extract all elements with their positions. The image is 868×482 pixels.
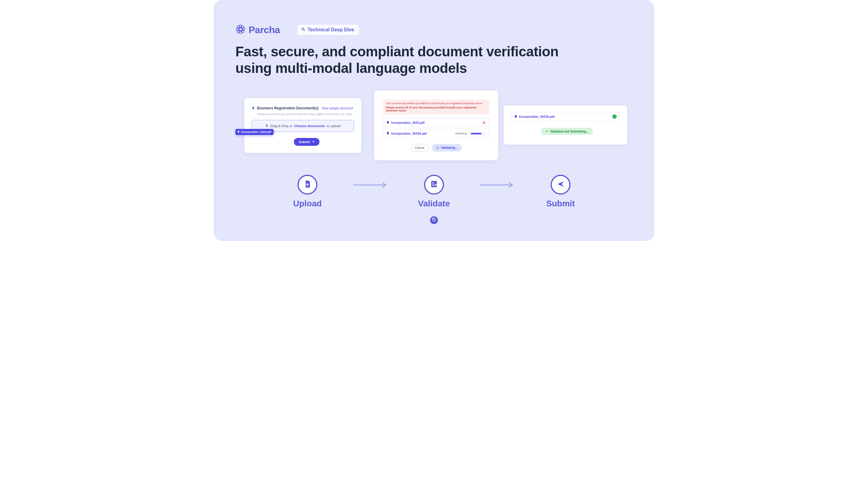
svg-point-1: [239, 25, 242, 28]
file-row-progress: Incorporation_2023A.pdf Validating...: [383, 129, 489, 138]
dragged-file-chip[interactable]: Incorporation_2023.pdf: [236, 129, 274, 135]
step-upload: Upload: [265, 175, 350, 208]
submit-card: Incorporation_2023A.pdf Validated and Su…: [504, 105, 627, 144]
category-badge-label: Technical Deep Dive: [308, 27, 354, 33]
svg-point-4: [242, 28, 245, 31]
search-icon: [301, 27, 305, 33]
file-icon: [386, 131, 390, 135]
arrow-right-icon: [312, 140, 315, 144]
file-name-success: Incorporation_2023A.pdf: [519, 115, 555, 118]
submit-button[interactable]: Submit: [294, 138, 319, 146]
dragged-file-name: Incorporation_2023.pdf: [241, 130, 271, 133]
file-row-success: Incorporation_2023A.pdf: [511, 112, 620, 121]
parcha-logo-icon: [236, 24, 246, 36]
screenshots-row: Business Registration Document(s) View s…: [236, 90, 632, 166]
upload-card: Business Registration Document(s) View s…: [244, 98, 361, 153]
upload-title: Business Registration Document(s): [257, 106, 318, 110]
file-icon: [265, 124, 268, 128]
choose-documents-link[interactable]: Choose documents: [294, 124, 325, 128]
error-alert: One or more documents provided do not in…: [383, 99, 489, 115]
dropzone-text-prefix: Drag & Drop or: [270, 124, 292, 128]
step-validate-circle: [424, 175, 444, 195]
spinner-icon: [436, 146, 439, 150]
error-message-2: Please ensure all of your documents prov…: [386, 106, 486, 112]
hero-panel: Parcha Technical Deep Dive Fast, secure,…: [214, 0, 654, 241]
file-name-error: Incorporation_2023.pdf: [391, 121, 425, 124]
validating-button[interactable]: Validating...: [432, 144, 462, 152]
checklist-icon: [430, 180, 438, 190]
status-chip-label: Validated and Submitting...: [550, 130, 589, 133]
brand-name: Parcha: [249, 24, 280, 36]
submit-button-label: Submit: [299, 140, 310, 144]
step-validate-label: Validate: [418, 199, 450, 208]
file-icon: [514, 115, 517, 119]
upload-subtitle: Please ensure that your all documents ar…: [257, 113, 354, 116]
delete-file-button[interactable]: [482, 121, 486, 124]
step-validate: Validate: [392, 175, 476, 224]
step-submit-label: Submit: [547, 199, 575, 208]
step-submit-circle: [551, 175, 570, 195]
step-upload-circle: [298, 175, 317, 195]
steps-row: Upload Validate: [214, 175, 654, 224]
file-icon: [237, 130, 240, 134]
dropzone-text-suffix: to upload: [327, 124, 340, 128]
error-message-1: One or more documents provided do not in…: [386, 102, 486, 105]
page-title: Fast, secure, and compliant document ver…: [236, 43, 567, 76]
file-icon: [386, 121, 390, 125]
view-sample-link[interactable]: View sample document: [322, 107, 353, 110]
file-name-progress: Incorporation_2023A.pdf: [391, 132, 427, 135]
step-submit: Submit: [518, 175, 603, 208]
svg-line-10: [304, 30, 305, 31]
validating-inline-label: Validating...: [455, 132, 469, 135]
check-icon: [545, 130, 548, 133]
header: Parcha Technical Deep Dive: [236, 24, 632, 36]
step-upload-label: Upload: [293, 199, 322, 208]
refresh-badge: [430, 216, 438, 224]
validate-card: One or more documents provided do not in…: [374, 90, 498, 160]
svg-point-2: [239, 30, 242, 33]
status-chip: Validated and Submitting...: [541, 128, 593, 135]
arrow-icon: [350, 175, 392, 188]
send-icon: [556, 180, 565, 190]
category-badge: Technical Deep Dive: [298, 25, 359, 35]
file-upload-icon: [303, 180, 312, 190]
refresh-icon: [432, 218, 436, 223]
document-icon: [252, 105, 255, 111]
check-circle-icon: [613, 115, 617, 119]
brand: Parcha: [236, 24, 280, 36]
svg-point-3: [236, 28, 239, 31]
arrow-icon: [476, 175, 518, 188]
progress-bar: [471, 133, 486, 134]
file-row-error: Incorporation_2023.pdf: [383, 118, 489, 127]
validating-button-label: Validating...: [441, 146, 458, 150]
cancel-button[interactable]: Cancel: [410, 144, 429, 152]
